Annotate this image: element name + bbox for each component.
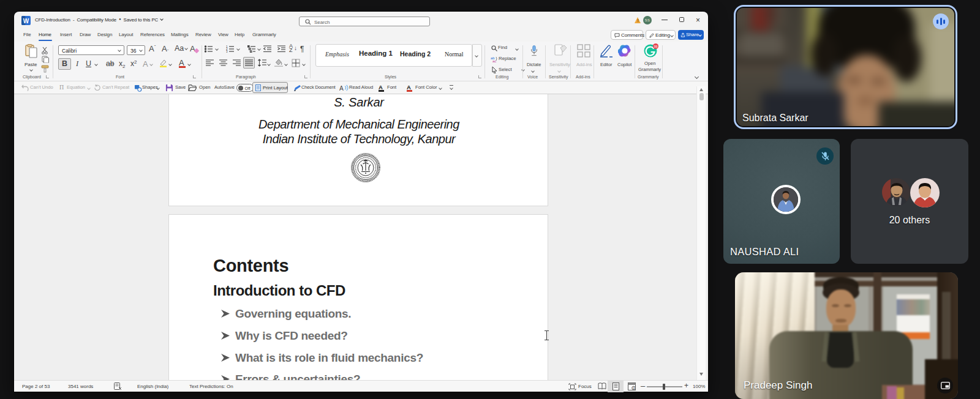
svg-text:A: A [339, 85, 344, 92]
svg-text:ac: ac [492, 59, 496, 62]
svg-text:W: W [23, 18, 29, 24]
svg-text:99: 99 [654, 45, 658, 48]
